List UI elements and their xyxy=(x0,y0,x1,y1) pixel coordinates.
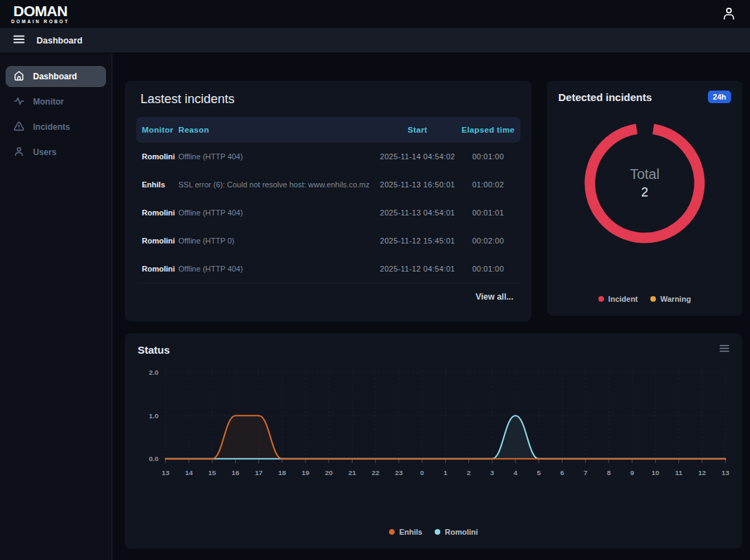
incident-elapsed: 00:01:00 xyxy=(461,152,515,161)
incident-reason: Offline (HTTP 0) xyxy=(178,236,374,245)
home-icon xyxy=(13,70,25,84)
incident-monitor: Romolini xyxy=(142,265,178,273)
incident-row[interactable]: Romolini Offline (HTTP 0) 2025-11-12 15:… xyxy=(136,227,520,255)
view-all-link[interactable]: View all... xyxy=(475,292,513,302)
svg-text:23: 23 xyxy=(395,469,403,476)
brand-subtitle: DOMAIN ROBOT xyxy=(11,20,70,25)
brand-logo[interactable]: DOMAN DOMAIN ROBOT xyxy=(11,4,70,25)
incident-row[interactable]: Romolini Offline (HTTP 404) 2025-11-14 0… xyxy=(136,142,520,171)
svg-text:22: 22 xyxy=(371,469,380,476)
sidebar-toggle-button[interactable] xyxy=(13,33,25,48)
incidents-table-header: Monitor Reason Start Elapsed time xyxy=(136,117,520,142)
sidebar: Dashboard Monitor Incidents xyxy=(0,53,112,560)
svg-text:6: 6 xyxy=(560,469,565,476)
legend-label: Incident xyxy=(608,295,638,303)
svg-text:20: 20 xyxy=(325,469,334,476)
incident-monitor: Enhils xyxy=(142,180,178,189)
incident-elapsed: 01:00:02 xyxy=(461,180,515,189)
latest-incidents-card: Lastest incidents Monitor Reason Start E… xyxy=(125,81,532,321)
legend-item-romolini[interactable]: Romolini xyxy=(435,528,478,536)
user-menu-button[interactable] xyxy=(721,5,737,24)
incident-reason: SSL error (6): Could not resolve host: w… xyxy=(178,180,374,189)
svg-text:14: 14 xyxy=(185,469,193,476)
enhils-dot-icon xyxy=(389,529,395,535)
incident-row[interactable]: Enhils SSL error (6): Could not resolve … xyxy=(136,171,520,199)
column-header-start: Start xyxy=(374,126,461,134)
time-range-badge[interactable]: 24h xyxy=(708,91,731,103)
donut-center-label: Total xyxy=(630,166,659,182)
incident-monitor: Romolini xyxy=(142,208,178,217)
incident-row[interactable]: Romolini Offline (HTTP 404) 2025-11-13 0… xyxy=(136,199,520,227)
detected-incidents-title: Detected incidents xyxy=(558,91,652,103)
svg-text:16: 16 xyxy=(232,469,240,476)
legend-label: Romolini xyxy=(445,528,478,536)
incident-elapsed: 00:01:01 xyxy=(461,208,515,217)
hamburger-icon xyxy=(13,33,25,48)
svg-text:2.0: 2.0 xyxy=(149,368,159,376)
column-header-elapsed: Elapsed time xyxy=(461,126,515,134)
page-title: Dashboard xyxy=(37,36,82,46)
activity-icon xyxy=(13,95,25,109)
latest-incidents-title: Lastest incidents xyxy=(136,92,520,107)
sidebar-item-label: Users xyxy=(33,147,56,157)
detected-incidents-card: Detected incidents 24h Total 2 Incide xyxy=(547,81,742,316)
chart-menu-icon xyxy=(719,343,730,356)
status-title: Status xyxy=(138,344,170,356)
incident-start: 2025-11-14 04:54:02 xyxy=(374,152,461,161)
incidents-table-footer: View all... xyxy=(136,283,520,310)
brand-title: DOMAN xyxy=(13,4,67,18)
sidebar-item-users[interactable]: Users xyxy=(6,142,106,163)
detected-donut-chart: Total 2 xyxy=(574,113,715,253)
incident-monitor: Romolini xyxy=(142,152,178,161)
sidebar-item-dashboard[interactable]: Dashboard xyxy=(6,66,106,87)
sidebar-item-monitor[interactable]: Monitor xyxy=(6,91,106,112)
column-header-reason: Reason xyxy=(178,126,374,134)
incident-elapsed: 00:02:00 xyxy=(461,236,515,245)
svg-text:0: 0 xyxy=(420,469,424,476)
detected-legend: Incident Warning xyxy=(558,295,731,306)
svg-text:13: 13 xyxy=(722,469,730,476)
svg-text:13: 13 xyxy=(162,469,170,476)
incident-reason: Offline (HTTP 404) xyxy=(178,208,374,217)
chart-context-menu-button[interactable] xyxy=(719,343,730,356)
svg-text:17: 17 xyxy=(255,469,263,476)
legend-label: Enhils xyxy=(399,528,422,536)
incident-start: 2025-11-12 04:54:01 xyxy=(374,265,461,273)
incident-row[interactable]: Romolini Offline (HTTP 404) 2025-11-12 0… xyxy=(136,255,520,283)
alert-triangle-icon xyxy=(13,121,25,134)
svg-text:5: 5 xyxy=(537,469,541,476)
incident-reason: Offline (HTTP 404) xyxy=(178,265,374,273)
svg-text:1: 1 xyxy=(444,469,448,476)
status-card: Status 131415161718192021222301234567891… xyxy=(125,333,742,549)
incident-start: 2025-11-13 16:50:01 xyxy=(374,180,461,189)
sidebar-item-incidents[interactable]: Incidents xyxy=(6,116,106,138)
incident-monitor: Romolini xyxy=(142,236,178,245)
breadcrumb-bar: Dashboard xyxy=(0,28,750,53)
top-header: DOMAN DOMAIN ROBOT xyxy=(0,0,750,28)
legend-item-enhils[interactable]: Enhils xyxy=(389,528,422,536)
incident-start: 2025-11-12 15:45:01 xyxy=(374,236,461,245)
status-legend: Enhils Romolini xyxy=(138,528,730,539)
svg-text:10: 10 xyxy=(652,469,660,476)
romolini-dot-icon xyxy=(435,529,440,535)
svg-text:11: 11 xyxy=(675,469,683,476)
sidebar-item-label: Incidents xyxy=(33,122,70,132)
user-icon xyxy=(721,5,737,24)
incident-elapsed: 00:01:00 xyxy=(461,265,515,273)
svg-text:21: 21 xyxy=(348,469,357,476)
svg-text:9: 9 xyxy=(630,469,634,476)
svg-text:15: 15 xyxy=(209,469,217,476)
legend-label: Warning xyxy=(660,295,691,303)
svg-text:18: 18 xyxy=(278,469,287,476)
main-content: Lastest incidents Monitor Reason Start E… xyxy=(112,53,750,560)
svg-text:3: 3 xyxy=(490,469,494,476)
warning-dot-icon xyxy=(650,296,656,302)
legend-item-warning[interactable]: Warning xyxy=(650,295,691,303)
status-area-chart: 1314151617181920212223012345678910111213… xyxy=(138,361,730,486)
svg-text:4: 4 xyxy=(513,469,518,476)
svg-text:7: 7 xyxy=(584,469,588,476)
svg-text:2: 2 xyxy=(467,469,471,476)
svg-text:0.0: 0.0 xyxy=(149,455,159,462)
legend-item-incident[interactable]: Incident xyxy=(598,295,638,303)
svg-text:8: 8 xyxy=(607,469,611,476)
